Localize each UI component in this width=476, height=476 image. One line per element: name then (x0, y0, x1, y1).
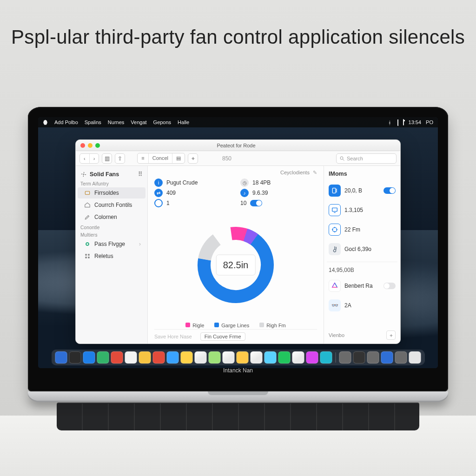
dock-app-icon[interactable] (69, 351, 81, 364)
window-titlebar[interactable]: Peateot for Rode (76, 140, 400, 151)
dock-app-icon[interactable] (320, 351, 332, 364)
menubar-item[interactable]: Vengat (131, 119, 146, 125)
dock-app-icon[interactable] (381, 351, 393, 364)
dock-app-icon[interactable] (251, 351, 263, 364)
dock-app-icon[interactable] (125, 351, 137, 364)
extra-row[interactable]: 👓 2A (329, 296, 396, 315)
search-input[interactable]: Search (336, 153, 397, 164)
clock-icon: ◷ (240, 178, 249, 187)
cancel-button[interactable]: Concel (149, 153, 172, 163)
bluetooth-icon[interactable]: ᚼ (388, 120, 393, 125)
app-window: Peateot for Rode ‹ › ▥ ⇪ ≡ Concel ▤ (75, 139, 401, 344)
sidebar-item-label: Pass Flvgge (94, 241, 125, 247)
sensor-row[interactable]: 1.3,105 (329, 200, 396, 220)
dock-app-icon[interactable] (167, 351, 179, 364)
list-view-icon[interactable]: ≡ (138, 153, 148, 163)
stat-row: ♪ 9.6.39 (240, 189, 317, 197)
box-icon (84, 190, 91, 196)
sensor-row[interactable]: 20,0, B (329, 181, 396, 200)
dock-app-icon[interactable] (367, 351, 379, 364)
minimize-icon[interactable] (88, 143, 93, 148)
columns-view-icon[interactable]: ▤ (172, 153, 185, 163)
pen-icon (84, 214, 91, 220)
dock-app-icon[interactable] (139, 351, 151, 364)
menubar-item[interactable]: Halle (178, 119, 189, 125)
dock-app-icon[interactable] (292, 351, 304, 364)
edit-icon[interactable]: ✎ (313, 170, 317, 175)
sidebar-item-colors[interactable]: Colornen (78, 212, 145, 223)
sidebar-item-reletus[interactable]: Reletus (78, 251, 145, 262)
search-icon (339, 156, 345, 161)
dock-app-icon[interactable] (395, 351, 407, 364)
triangle-icon (329, 280, 341, 292)
dock-app-icon[interactable] (209, 351, 221, 364)
toolbar-number: 850 (222, 153, 231, 164)
keyboard (57, 403, 419, 430)
stat-row[interactable]: 10 (240, 199, 317, 207)
dock-app-icon[interactable] (409, 351, 421, 364)
zoom-icon[interactable] (95, 143, 100, 148)
menubar-item[interactable]: Spalins (85, 119, 101, 125)
dock-app-icon[interactable] (237, 351, 249, 364)
extra-label: Benbert Ra (344, 283, 380, 289)
sensor-row[interactable]: 22 Fm (329, 220, 396, 239)
menubar-item[interactable]: Add Polbo (54, 119, 78, 125)
sidebar-options-icon[interactable]: ⠿ (138, 171, 143, 178)
panel-footer-label: Vienbo (329, 332, 344, 338)
target-icon (329, 224, 341, 236)
dock-app-icon[interactable] (195, 351, 207, 364)
menubar-item[interactable]: Gepons (153, 119, 172, 125)
dock-app-icon[interactable] (264, 351, 277, 364)
nav-back-button[interactable]: ‹ (80, 154, 90, 163)
svg-rect-3 (85, 192, 89, 195)
toolbar-panel-icon[interactable]: ▥ (102, 153, 112, 164)
legend-label: Garge Lines (221, 323, 249, 328)
sidebar-item-controls[interactable]: Courrch Fontils (78, 199, 145, 211)
laptop-frame: Add Polbo Spalins Nurnes Vengat Gepons H… (28, 107, 448, 401)
sidebar-section-label: Multiers (76, 231, 147, 238)
toolbar-share-icon[interactable]: ⇪ (115, 153, 125, 164)
sensor-toggle[interactable] (383, 187, 396, 194)
stat-value: 18 4PB (252, 179, 271, 186)
dock-app-icon[interactable] (111, 351, 123, 364)
menubar-item[interactable]: Nurnes (108, 119, 124, 125)
swap-icon: ⇄ (154, 189, 163, 197)
dock-app-icon[interactable] (339, 351, 351, 364)
dock-app-icon[interactable] (278, 351, 291, 364)
ring-icon (84, 241, 91, 247)
dock-app-icon[interactable] (223, 351, 235, 364)
sensor-value: 1.3,105 (344, 207, 396, 213)
apple-menu-icon[interactable] (43, 120, 48, 125)
add-sensor-button[interactable]: ＋ (386, 331, 396, 340)
grid-icon (84, 253, 91, 259)
toolbar-tag-icon[interactable]: ⌖ (188, 153, 198, 164)
sidebar: Solid Fans ⠿ Term Aifuntry Firrsoldes Co… (76, 166, 148, 344)
dock-app-icon[interactable] (181, 351, 193, 364)
dock-app-icon[interactable] (153, 351, 165, 364)
curve-dropdown[interactable]: Fin Cuove Frme (200, 332, 245, 341)
save-button[interactable]: Save Hore Nase (154, 334, 192, 339)
dock-app-icon[interactable] (306, 351, 318, 364)
extra-row[interactable]: Benbert Ra (329, 276, 396, 296)
sidebar-item-pass[interactable]: Pass Flvgge › (78, 238, 145, 250)
close-icon[interactable] (80, 143, 85, 148)
sensor-row[interactable]: Gocl 6,39o (329, 239, 396, 259)
svg-point-0 (340, 157, 343, 159)
dock-app-icon[interactable] (97, 351, 109, 364)
breadcrumb[interactable]: Ceyclodients (280, 170, 310, 175)
stat-value: 10 (240, 200, 246, 206)
dock-app-icon[interactable] (55, 351, 67, 364)
wifi-icon[interactable] (397, 119, 398, 125)
extra-toggle[interactable] (383, 283, 396, 289)
nav-forward-button[interactable]: › (90, 154, 99, 163)
fan-speed-gauge: 82.5in (189, 218, 282, 311)
svg-rect-14 (332, 208, 337, 211)
thermometer-icon (329, 243, 341, 255)
sidebar-item-profiles[interactable]: Firrsoldes (78, 187, 145, 198)
toggle-switch[interactable] (250, 200, 262, 206)
stat-row[interactable]: 1 (154, 199, 231, 207)
dock-app-icon[interactable] (83, 351, 95, 364)
dock-app-icon[interactable] (353, 351, 365, 364)
sidebar-section-label: Conontle (76, 223, 147, 231)
battery-icon[interactable] (403, 119, 404, 125)
